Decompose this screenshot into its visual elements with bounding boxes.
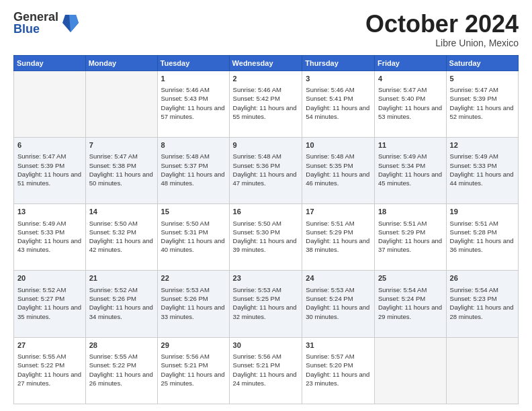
table-row: 2Sunrise: 5:46 AMSunset: 5:42 PMDaylight… — [229, 71, 302, 137]
daylight-text: Daylight: 11 hours and 29 minutes. — [378, 303, 443, 321]
table-row: 20Sunrise: 5:52 AMSunset: 5:27 PMDayligh… — [14, 271, 86, 337]
sunset-text: Sunset: 5:22 PM — [89, 361, 154, 369]
sunrise-text: Sunrise: 5:49 AM — [378, 152, 443, 161]
day-number: 22 — [161, 273, 226, 283]
sunrise-text: Sunrise: 5:47 AM — [89, 152, 154, 161]
svg-marker-1 — [69, 15, 79, 32]
sunrise-text: Sunrise: 5:48 AM — [233, 152, 299, 161]
day-number: 8 — [161, 140, 226, 150]
daylight-text: Daylight: 11 hours and 36 minutes. — [450, 236, 515, 255]
sunrise-text: Sunrise: 5:52 AM — [17, 285, 82, 294]
day-number: 24 — [306, 273, 371, 283]
sunrise-text: Sunrise: 5:54 AM — [378, 285, 443, 294]
table-row — [374, 337, 446, 404]
sunrise-text: Sunrise: 5:47 AM — [378, 85, 443, 94]
calendar-week-row: 13Sunrise: 5:49 AMSunset: 5:33 PMDayligh… — [14, 204, 519, 271]
sunrise-text: Sunrise: 5:53 AM — [233, 285, 299, 294]
daylight-text: Daylight: 11 hours and 43 minutes. — [17, 236, 82, 255]
daylight-text: Daylight: 11 hours and 26 minutes. — [89, 370, 154, 388]
day-number: 10 — [306, 140, 371, 150]
col-thursday: Thursday — [302, 55, 375, 71]
daylight-text: Daylight: 11 hours and 50 minutes. — [89, 170, 154, 188]
page: General Blue October 2024 Libre Union, M… — [0, 0, 532, 411]
daylight-text: Daylight: 11 hours and 52 minutes. — [450, 103, 515, 122]
table-row: 13Sunrise: 5:49 AMSunset: 5:33 PMDayligh… — [14, 204, 86, 271]
month-title: October 2024 — [365, 11, 519, 38]
sunrise-text: Sunrise: 5:52 AM — [89, 285, 154, 294]
table-row: 30Sunrise: 5:56 AMSunset: 5:21 PMDayligh… — [229, 337, 302, 404]
sunset-text: Sunset: 5:39 PM — [450, 94, 515, 103]
sunrise-text: Sunrise: 5:50 AM — [89, 219, 154, 228]
day-number: 20 — [17, 273, 82, 283]
day-number: 31 — [306, 340, 371, 351]
table-row: 18Sunrise: 5:51 AMSunset: 5:29 PMDayligh… — [374, 204, 446, 271]
col-wednesday: Wednesday — [229, 55, 302, 71]
table-row: 29Sunrise: 5:56 AMSunset: 5:21 PMDayligh… — [157, 337, 229, 404]
day-number: 2 — [233, 74, 299, 84]
day-number: 18 — [378, 207, 443, 217]
daylight-text: Daylight: 11 hours and 30 minutes. — [306, 303, 371, 321]
sunrise-text: Sunrise: 5:50 AM — [233, 219, 299, 228]
table-row: 8Sunrise: 5:48 AMSunset: 5:37 PMDaylight… — [157, 137, 229, 203]
day-number: 29 — [161, 340, 226, 351]
sunrise-text: Sunrise: 5:47 AM — [450, 85, 515, 94]
daylight-text: Daylight: 11 hours and 33 minutes. — [161, 303, 226, 321]
calendar-week-row: 27Sunrise: 5:55 AMSunset: 5:22 PMDayligh… — [14, 337, 519, 404]
table-row: 16Sunrise: 5:50 AMSunset: 5:30 PMDayligh… — [229, 204, 302, 271]
sunset-text: Sunset: 5:38 PM — [89, 161, 154, 170]
day-number: 13 — [17, 207, 82, 217]
sunrise-text: Sunrise: 5:49 AM — [17, 219, 82, 228]
sunrise-text: Sunrise: 5:49 AM — [450, 152, 515, 161]
sunset-text: Sunset: 5:24 PM — [378, 294, 443, 303]
sunrise-text: Sunrise: 5:53 AM — [306, 285, 371, 294]
sunrise-text: Sunrise: 5:56 AM — [161, 352, 226, 361]
daylight-text: Daylight: 11 hours and 25 minutes. — [161, 370, 226, 388]
sunset-text: Sunset: 5:40 PM — [378, 94, 443, 103]
table-row: 17Sunrise: 5:51 AMSunset: 5:29 PMDayligh… — [302, 204, 375, 271]
sunrise-text: Sunrise: 5:57 AM — [306, 352, 371, 361]
sunset-text: Sunset: 5:33 PM — [450, 161, 515, 170]
table-row: 23Sunrise: 5:53 AMSunset: 5:25 PMDayligh… — [229, 271, 302, 337]
sunset-text: Sunset: 5:43 PM — [161, 94, 226, 103]
day-number: 28 — [89, 340, 154, 351]
table-row: 22Sunrise: 5:53 AMSunset: 5:26 PMDayligh… — [157, 271, 229, 337]
sunset-text: Sunset: 5:28 PM — [450, 228, 515, 236]
col-saturday: Saturday — [446, 55, 518, 71]
sunset-text: Sunset: 5:36 PM — [233, 161, 299, 170]
table-row: 27Sunrise: 5:55 AMSunset: 5:22 PMDayligh… — [14, 337, 86, 404]
day-number: 17 — [306, 207, 371, 217]
logo: General Blue — [13, 11, 79, 35]
table-row: 31Sunrise: 5:57 AMSunset: 5:20 PMDayligh… — [302, 337, 375, 404]
header: General Blue October 2024 Libre Union, M… — [13, 11, 519, 48]
sunset-text: Sunset: 5:29 PM — [306, 228, 371, 236]
day-number: 3 — [306, 74, 371, 84]
calendar-week-row: 20Sunrise: 5:52 AMSunset: 5:27 PMDayligh… — [14, 271, 519, 337]
day-number: 5 — [450, 74, 515, 84]
daylight-text: Daylight: 11 hours and 51 minutes. — [17, 170, 82, 188]
day-number: 26 — [450, 273, 515, 283]
daylight-text: Daylight: 11 hours and 48 minutes. — [161, 170, 226, 188]
daylight-text: Daylight: 11 hours and 32 minutes. — [233, 303, 299, 321]
sunset-text: Sunset: 5:30 PM — [233, 228, 299, 236]
daylight-text: Daylight: 11 hours and 35 minutes. — [17, 303, 82, 321]
sunset-text: Sunset: 5:39 PM — [17, 161, 82, 170]
sunrise-text: Sunrise: 5:55 AM — [89, 352, 154, 361]
table-row: 15Sunrise: 5:50 AMSunset: 5:31 PMDayligh… — [157, 204, 229, 271]
table-row: 11Sunrise: 5:49 AMSunset: 5:34 PMDayligh… — [374, 137, 446, 203]
daylight-text: Daylight: 11 hours and 24 minutes. — [233, 370, 299, 388]
daylight-text: Daylight: 11 hours and 27 minutes. — [17, 370, 82, 388]
daylight-text: Daylight: 11 hours and 54 minutes. — [306, 103, 371, 122]
table-row: 25Sunrise: 5:54 AMSunset: 5:24 PMDayligh… — [374, 271, 446, 337]
sunset-text: Sunset: 5:42 PM — [233, 94, 299, 103]
daylight-text: Daylight: 11 hours and 40 minutes. — [161, 236, 226, 255]
table-row: 21Sunrise: 5:52 AMSunset: 5:26 PMDayligh… — [85, 271, 157, 337]
table-row: 26Sunrise: 5:54 AMSunset: 5:23 PMDayligh… — [446, 271, 518, 337]
sunset-text: Sunset: 5:22 PM — [17, 361, 82, 369]
calendar-week-row: 6Sunrise: 5:47 AMSunset: 5:39 PMDaylight… — [14, 137, 519, 203]
day-number: 6 — [17, 140, 82, 150]
sunset-text: Sunset: 5:26 PM — [89, 294, 154, 303]
sunset-text: Sunset: 5:26 PM — [161, 294, 226, 303]
daylight-text: Daylight: 11 hours and 28 minutes. — [450, 303, 515, 321]
table-row: 19Sunrise: 5:51 AMSunset: 5:28 PMDayligh… — [446, 204, 518, 271]
daylight-text: Daylight: 11 hours and 44 minutes. — [450, 170, 515, 188]
